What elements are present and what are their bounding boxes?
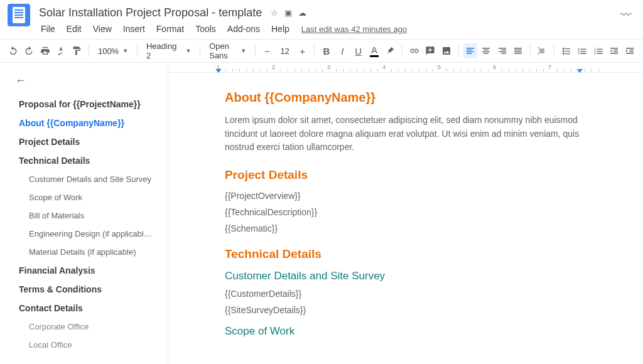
outline-item[interactable]: About {{CompanyName}}: [11, 114, 159, 132]
font-size-decrease-icon[interactable]: −: [261, 43, 274, 58]
menu-tools[interactable]: Tools: [191, 21, 220, 36]
font-dropdown[interactable]: Open Sans▼: [205, 40, 250, 62]
menu-addons[interactable]: Add-ons: [223, 21, 264, 36]
star-icon[interactable]: ☆: [271, 8, 278, 18]
template-placeholder: {{ProjectOverview}}: [225, 191, 586, 201]
bold-icon[interactable]: B: [320, 43, 333, 58]
align-right-icon[interactable]: [495, 43, 509, 58]
text-color-icon[interactable]: A: [367, 43, 381, 58]
font-size-increase-icon[interactable]: +: [296, 43, 309, 58]
toolbar: 100%▼ Heading 2▼ Open Sans▼ − 12 + B I U…: [0, 39, 643, 63]
heading-technical-details: Technical Details: [225, 247, 586, 261]
outline-item[interactable]: Project Details: [11, 132, 159, 151]
print-icon[interactable]: [38, 43, 51, 58]
insert-link-icon[interactable]: [408, 43, 421, 58]
underline-icon[interactable]: U: [352, 43, 365, 58]
heading-project-details: Project Details: [225, 168, 586, 182]
align-justify-icon[interactable]: [511, 43, 524, 58]
outline-item[interactable]: Corporate Office: [11, 318, 159, 336]
outline-item[interactable]: Contact Details: [11, 299, 159, 318]
undo-icon[interactable]: [6, 43, 19, 58]
menu-insert[interactable]: Insert: [119, 21, 149, 36]
zoom-dropdown[interactable]: 100%▼: [94, 45, 132, 57]
spellcheck-icon[interactable]: [54, 43, 67, 58]
align-left-icon[interactable]: [463, 43, 477, 58]
outline-item[interactable]: Financial Analysis: [11, 261, 159, 280]
document-title[interactable]: Solar Installation Project Proposal - te…: [36, 5, 264, 21]
template-placeholder: {{CustomerDetails}}: [225, 289, 586, 299]
menu-file[interactable]: File: [36, 21, 60, 36]
highlight-color-icon[interactable]: [384, 43, 397, 58]
more-icon[interactable]: 〰: [620, 9, 632, 22]
menu-edit[interactable]: Edit: [62, 21, 86, 36]
heading-customer-survey: Customer Details and Site Survey: [225, 270, 586, 282]
menu-help[interactable]: Help: [267, 21, 294, 36]
docs-logo-icon[interactable]: [8, 4, 30, 26]
paint-format-icon[interactable]: [70, 43, 84, 58]
numbered-list-icon[interactable]: [592, 43, 605, 58]
last-edit-link[interactable]: Last edit was 42 minutes ago: [301, 24, 407, 34]
template-placeholder: {{TechnicalDescription}}: [225, 207, 586, 217]
cloud-status-icon[interactable]: ☁: [298, 8, 306, 18]
line-spacing-icon[interactable]: [536, 43, 549, 58]
align-center-icon[interactable]: [480, 43, 493, 58]
menubar: File Edit View Insert Format Tools Add-o…: [0, 20, 643, 39]
outline-item[interactable]: Bill of Materials: [11, 206, 159, 225]
redo-icon[interactable]: [22, 43, 35, 58]
decrease-indent-icon[interactable]: [607, 43, 620, 58]
outline-item[interactable]: Technical Details: [11, 151, 159, 170]
menu-view[interactable]: View: [89, 21, 116, 36]
outline-back-icon[interactable]: ←: [15, 74, 159, 87]
move-icon[interactable]: ▣: [284, 8, 292, 18]
titlebar: Solar Installation Project Proposal - te…: [0, 0, 643, 20]
outline-item[interactable]: Terms & Conditions: [11, 280, 159, 299]
insert-image-icon[interactable]: [440, 43, 453, 58]
insert-comment-icon[interactable]: [423, 43, 436, 58]
about-body-text: Lorem ipsum dolor sit amet, consectetuer…: [225, 114, 586, 154]
outline-item[interactable]: Customer Details and Site Survey: [11, 170, 159, 188]
outline-item[interactable]: Scope of Work: [11, 188, 159, 206]
bullet-list-icon[interactable]: [575, 43, 588, 58]
style-dropdown[interactable]: Heading 2▼: [143, 40, 195, 62]
outline-panel: ← Proposal for {{ProjectName}}About {{Co…: [0, 63, 168, 364]
page-content[interactable]: About {{CompanyName}} Lorem ipsum dolor …: [168, 73, 643, 364]
outline-item[interactable]: Material Details (if applicable): [11, 243, 159, 261]
outline-item[interactable]: Engineering Design (if applicabl…: [11, 225, 159, 243]
outline-item[interactable]: Proposal for {{ProjectName}}: [11, 95, 159, 114]
heading-about: About {{CompanyName}}: [225, 90, 586, 105]
checklist-icon[interactable]: [559, 43, 573, 58]
font-size-field[interactable]: 12: [276, 45, 293, 57]
horizontal-ruler[interactable]: 1234567: [168, 63, 643, 73]
menu-format[interactable]: Format: [152, 21, 188, 36]
increase-indent-icon[interactable]: [624, 43, 637, 58]
template-placeholder: {{SiteSurveyDetails}}: [225, 305, 586, 315]
document-canvas: 1234567 About {{CompanyName}} Lorem ipsu…: [168, 63, 643, 364]
outline-item[interactable]: Local Office: [11, 336, 159, 354]
italic-icon[interactable]: I: [336, 43, 349, 58]
heading-scope-work: Scope of Work: [225, 325, 586, 338]
template-placeholder: {{Schematic}}: [225, 223, 586, 233]
